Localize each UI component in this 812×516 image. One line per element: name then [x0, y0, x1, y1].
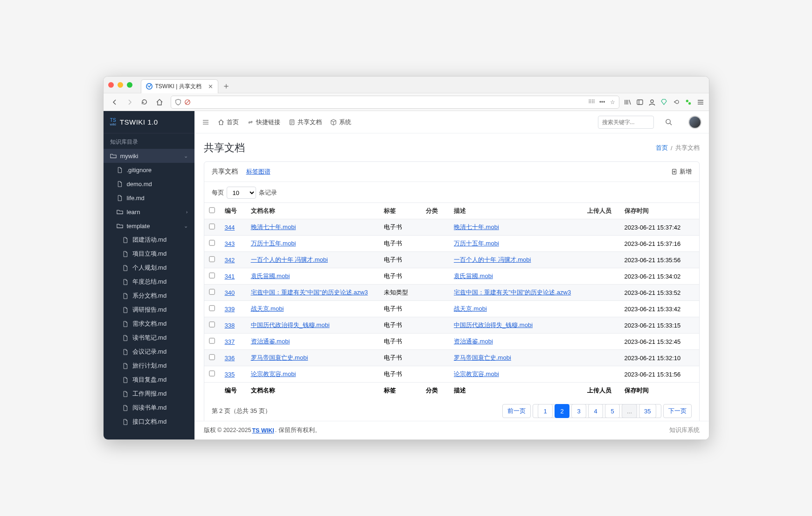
nav-system[interactable]: 系统: [330, 118, 351, 126]
row-id-link[interactable]: 339: [225, 306, 235, 313]
row-desc-link[interactable]: 一百个人的十年 冯骥才.mobi: [454, 256, 531, 263]
pager-page[interactable]: 1: [538, 404, 553, 418]
select-all-checkbox[interactable]: [209, 207, 215, 213]
row-checkbox[interactable]: [209, 272, 215, 278]
row-checkbox[interactable]: [209, 321, 215, 327]
close-window-icon[interactable]: [108, 82, 114, 88]
nav-home[interactable]: 首页: [218, 118, 239, 126]
browser-tab[interactable]: TSWIKI | 共享文档 ✕: [141, 79, 218, 93]
library-icon[interactable]: [624, 98, 632, 106]
footer-brand-link[interactable]: TS WIKI: [252, 427, 274, 434]
tree-file[interactable]: 团建活动.md: [104, 233, 194, 247]
extension-icon-1[interactable]: [660, 98, 668, 106]
reload-button[interactable]: [138, 96, 151, 109]
row-name-link[interactable]: 罗马帝国衰亡史.mobi: [251, 354, 308, 361]
row-desc-link[interactable]: 万历十五年.mobi: [454, 240, 499, 247]
tree-folder-root[interactable]: mywiki ⌄: [104, 149, 194, 163]
row-id-link[interactable]: 337: [225, 338, 235, 345]
pager-next[interactable]: 下一页: [663, 404, 692, 418]
row-checkbox[interactable]: [209, 256, 215, 262]
pager-page[interactable]: 3: [571, 404, 586, 418]
row-desc-link[interactable]: 晚清七十年.mobi: [454, 223, 499, 230]
row-checkbox[interactable]: [209, 305, 215, 311]
extension-icon-3[interactable]: [685, 98, 692, 106]
tree-file[interactable]: 阅读书单.md: [104, 401, 194, 415]
tree-file[interactable]: 接口文档.md: [104, 415, 194, 429]
pager-page[interactable]: 4: [588, 404, 603, 418]
menu-collapse-icon[interactable]: [202, 119, 209, 126]
logo[interactable]: TS wiki TSWIKI 1.0: [104, 111, 194, 133]
tree-folder-template[interactable]: template ⌄: [104, 219, 194, 233]
tree-file[interactable]: 个人规划.md: [104, 261, 194, 275]
row-id-link[interactable]: 340: [225, 289, 235, 296]
tree-folder-learn[interactable]: learn ›: [104, 205, 194, 219]
row-id-link[interactable]: 336: [225, 355, 235, 362]
th-cat[interactable]: 分类: [421, 203, 449, 219]
tree-file[interactable]: 项目复盘.md: [104, 373, 194, 387]
row-name-link[interactable]: 袁氏當國.mobi: [251, 272, 290, 279]
tree-file[interactable]: 旅行计划.md: [104, 359, 194, 373]
row-checkbox[interactable]: [209, 354, 215, 360]
extension-icon-2[interactable]: [673, 98, 680, 106]
row-name-link[interactable]: 晚清七十年.mobi: [251, 223, 296, 230]
url-field[interactable]: ⠿⠿ ••• ☆: [171, 96, 619, 109]
row-name-link[interactable]: 一百个人的十年 冯骥才.mobi: [251, 256, 328, 263]
user-avatar[interactable]: [688, 116, 701, 129]
row-name-link[interactable]: 资治通鉴.mobi: [251, 338, 290, 345]
th-time[interactable]: 保存时间: [620, 203, 699, 219]
menu-hamburger-icon[interactable]: [697, 98, 704, 106]
row-id-link[interactable]: 342: [225, 257, 235, 264]
row-checkbox[interactable]: [209, 240, 215, 245]
row-name-link[interactable]: 中国历代政治得失_钱穆.mobi: [251, 321, 330, 328]
account-icon[interactable]: [648, 98, 656, 106]
home-button[interactable]: [153, 96, 166, 109]
tree-file[interactable]: 年度总结.md: [104, 275, 194, 289]
row-desc-link[interactable]: 袁氏當國.mobi: [454, 272, 493, 279]
row-name-link[interactable]: 万历十五年.mobi: [251, 240, 296, 247]
row-checkbox[interactable]: [209, 223, 215, 229]
maximize-window-icon[interactable]: [127, 82, 132, 88]
tree-file[interactable]: life.md: [104, 191, 194, 205]
row-desc-link[interactable]: 宅兹中国：重建有关"中国"的历史论述.azw3: [454, 289, 571, 296]
row-id-link[interactable]: 343: [225, 240, 235, 247]
row-id-link[interactable]: 335: [225, 371, 235, 378]
search-button[interactable]: [662, 116, 675, 129]
pager-page[interactable]: 2: [555, 404, 569, 418]
tree-file[interactable]: 系分文档.md: [104, 289, 194, 303]
forward-button[interactable]: [123, 96, 136, 109]
th-name[interactable]: 文档名称: [246, 203, 380, 219]
row-id-link[interactable]: 344: [225, 224, 235, 231]
tab-close-icon[interactable]: ✕: [208, 83, 213, 90]
row-id-link[interactable]: 341: [225, 273, 235, 280]
back-button[interactable]: [108, 96, 121, 109]
row-name-link[interactable]: 战天京.mobi: [251, 305, 284, 312]
minimize-window-icon[interactable]: [118, 82, 123, 88]
row-desc-link[interactable]: 战天京.mobi: [454, 305, 487, 312]
row-checkbox[interactable]: [209, 289, 215, 294]
th-id[interactable]: 编号: [220, 203, 246, 219]
sidebar-toggle-icon[interactable]: [636, 98, 644, 106]
pager-prev[interactable]: 前一页: [502, 404, 531, 418]
row-checkbox[interactable]: [209, 338, 215, 343]
new-tab-button[interactable]: ＋: [222, 80, 230, 91]
tree-file[interactable]: 工作周报.md: [104, 387, 194, 401]
row-desc-link[interactable]: 论宗教宽容.mobi: [454, 370, 499, 377]
tree-file[interactable]: 需求文档.md: [104, 317, 194, 331]
row-desc-link[interactable]: 中国历代政治得失_钱穆.mobi: [454, 321, 533, 328]
new-doc-button[interactable]: 新增: [671, 167, 692, 176]
breadcrumb-home[interactable]: 首页: [656, 144, 668, 152]
tree-file[interactable]: 读书笔记.md: [104, 331, 194, 345]
tree-file[interactable]: 调研报告.md: [104, 303, 194, 317]
tag-graph-link[interactable]: 标签图谱: [246, 167, 271, 176]
more-icon[interactable]: •••: [599, 99, 605, 105]
row-checkbox[interactable]: [209, 370, 215, 376]
pager-page[interactable]: 35: [639, 404, 656, 418]
row-id-link[interactable]: 338: [225, 322, 235, 329]
nav-share-docs[interactable]: 共享文档: [289, 118, 322, 126]
pager-page[interactable]: 5: [605, 404, 620, 418]
qr-icon[interactable]: ⠿⠿: [588, 99, 595, 105]
row-name-link[interactable]: 论宗教宽容.mobi: [251, 370, 296, 377]
bookmark-star-icon[interactable]: ☆: [610, 99, 615, 105]
search-input[interactable]: [598, 116, 654, 129]
tree-file[interactable]: .gitignore: [104, 163, 194, 177]
